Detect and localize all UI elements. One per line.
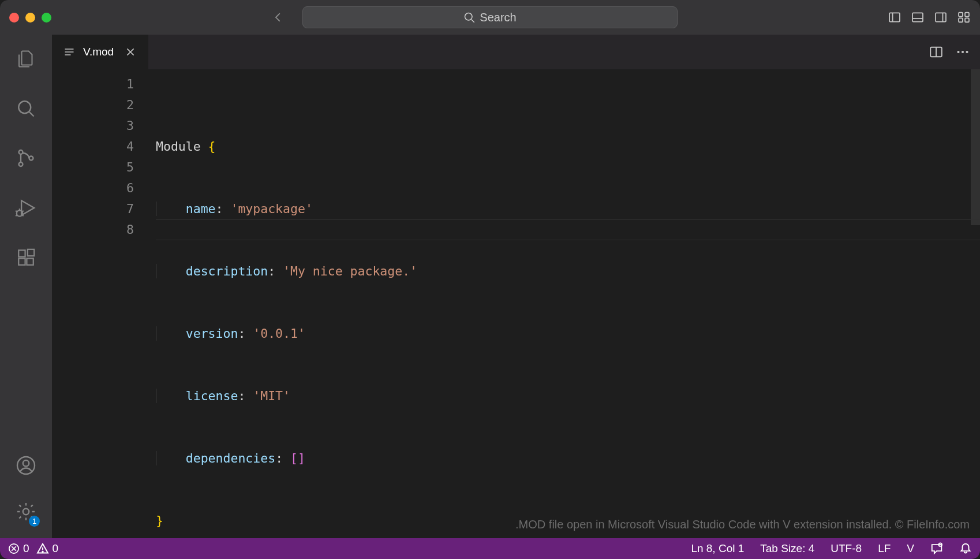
svg-point-0 [465, 13, 473, 21]
debug-icon [15, 197, 37, 219]
nav-back-button[interactable] [271, 10, 285, 24]
tab-filename: V.mod [83, 46, 114, 58]
svg-point-21 [23, 460, 29, 467]
search-placeholder: Search [480, 11, 516, 24]
activity-bar: 1 [0, 35, 52, 538]
line-number: 8 [52, 219, 134, 240]
line-number: 1 [52, 74, 134, 95]
toggle-primary-sidebar-button[interactable] [888, 10, 902, 24]
svg-point-29 [962, 51, 964, 53]
svg-rect-17 [18, 258, 25, 264]
minimize-window-button[interactable] [25, 13, 35, 23]
bell-icon [959, 542, 972, 555]
code-editor[interactable]: 1 2 3 4 5 6 7 8 Module { name: 'mypackag… [52, 69, 980, 538]
search-icon [16, 98, 36, 119]
explorer-activity[interactable] [10, 43, 42, 75]
svg-rect-19 [28, 249, 34, 256]
svg-rect-1 [889, 13, 900, 21]
files-icon [16, 49, 36, 69]
source-control-activity[interactable] [10, 142, 42, 174]
line-number: 2 [52, 95, 134, 115]
svg-rect-3 [912, 13, 923, 21]
error-count: 0 [23, 542, 29, 555]
line-number-gutter: 1 2 3 4 5 6 7 8 [52, 69, 156, 538]
line-number: 7 [52, 199, 134, 219]
code-content[interactable]: Module { name: 'mypackage' description: … [156, 69, 980, 538]
split-editor-button[interactable] [929, 45, 943, 59]
svg-point-28 [957, 51, 959, 53]
svg-rect-7 [959, 13, 963, 17]
warning-count: 0 [53, 542, 59, 555]
more-actions-button[interactable] [956, 45, 970, 59]
titlebar: Search [0, 0, 980, 35]
maximize-window-button[interactable] [42, 13, 51, 23]
close-window-button[interactable] [9, 13, 19, 23]
encoding-status[interactable]: UTF-8 [831, 542, 862, 555]
status-bar: 0 0 Ln 8, Col 1 Tab Size: 4 UTF-8 LF V [0, 538, 980, 559]
svg-point-30 [966, 51, 968, 53]
close-icon [125, 47, 136, 57]
line-number: 5 [52, 157, 134, 178]
extensions-icon [16, 248, 36, 267]
watermark-caption: .MOD file open in Microsoft Visual Studi… [515, 514, 970, 535]
line-number: 4 [52, 136, 134, 157]
feedback-icon [930, 542, 943, 555]
eol-status[interactable]: LF [878, 542, 891, 555]
warning-icon [36, 542, 49, 555]
customize-layout-button[interactable] [957, 10, 971, 24]
svg-rect-5 [936, 13, 946, 21]
run-debug-activity[interactable] [10, 192, 42, 224]
notifications-button[interactable] [959, 542, 972, 555]
source-control-icon [16, 148, 36, 169]
toggle-secondary-sidebar-button[interactable] [934, 10, 948, 24]
editor-tab[interactable]: V.mod [52, 35, 149, 69]
line-number: 3 [52, 115, 134, 136]
ellipsis-icon [956, 45, 970, 59]
editor-tabs: V.mod [52, 35, 980, 69]
language-mode-status[interactable]: V [907, 542, 914, 555]
svg-rect-16 [18, 250, 25, 256]
svg-point-12 [19, 150, 23, 154]
svg-point-22 [23, 509, 29, 515]
tab-close-button[interactable] [122, 43, 139, 61]
indentation-status[interactable]: Tab Size: 4 [760, 542, 814, 555]
problems-status[interactable]: 0 0 [8, 542, 58, 555]
cursor-position-status[interactable]: Ln 8, Col 1 [691, 542, 744, 555]
svg-rect-9 [959, 18, 963, 22]
editor-area: V.mod 1 2 [52, 35, 980, 538]
file-icon [63, 46, 75, 58]
toggle-panel-button[interactable] [911, 10, 925, 24]
search-activity[interactable] [10, 92, 42, 125]
svg-rect-8 [965, 13, 969, 17]
svg-point-33 [42, 551, 43, 553]
svg-point-11 [18, 101, 31, 113]
account-icon [16, 455, 36, 476]
search-icon [463, 12, 475, 23]
svg-rect-18 [27, 258, 33, 264]
accounts-activity[interactable] [10, 449, 42, 482]
window-controls [9, 13, 51, 23]
manage-activity[interactable]: 1 [10, 495, 42, 528]
extensions-activity[interactable] [10, 241, 42, 274]
svg-rect-10 [965, 18, 969, 22]
line-number: 6 [52, 178, 134, 199]
command-center-search[interactable]: Search [302, 6, 678, 28]
error-icon [8, 543, 20, 554]
feedback-button[interactable] [930, 542, 943, 555]
settings-badge: 1 [29, 516, 40, 527]
svg-point-13 [19, 162, 23, 166]
